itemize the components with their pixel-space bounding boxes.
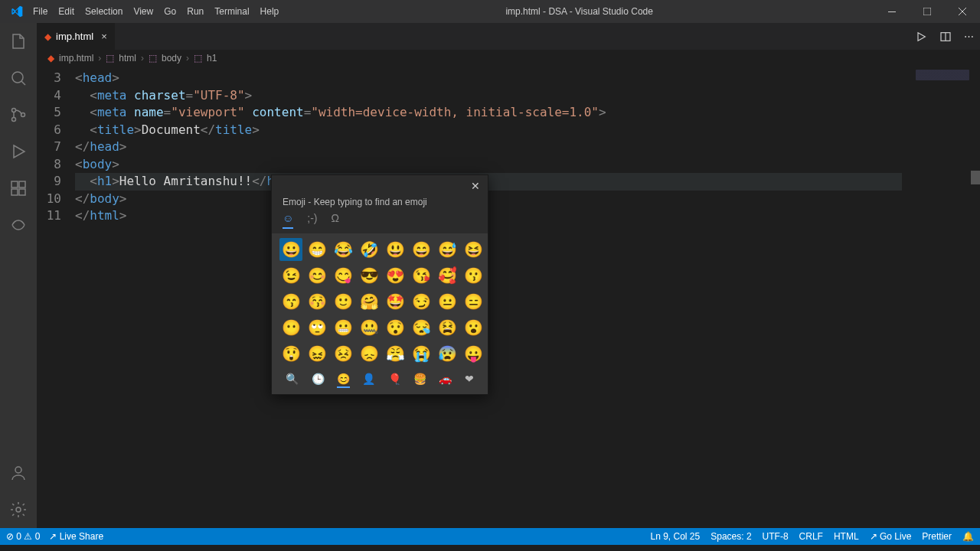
menu-terminal[interactable]: Terminal: [209, 3, 254, 20]
scroll-indicator[interactable]: [971, 171, 980, 184]
menu-run[interactable]: Run: [181, 3, 209, 20]
emoji-cell[interactable]: 😅: [436, 238, 459, 261]
menu-view[interactable]: View: [128, 3, 158, 20]
code-editor[interactable]: 34567891011 <head> <meta charset="UTF-8"…: [37, 67, 980, 528]
emoji-close-button[interactable]: ✕: [471, 180, 480, 192]
emoji-cell[interactable]: 😎: [358, 264, 381, 287]
accounts-icon[interactable]: [0, 455, 37, 491]
emoji-cell[interactable]: 😐: [436, 290, 459, 313]
emoji-cell[interactable]: 😭: [410, 342, 433, 365]
svg-point-10: [15, 467, 21, 473]
emoji-cell[interactable]: 😘: [410, 264, 433, 287]
tab-close-icon[interactable]: ×: [101, 31, 107, 42]
crumb[interactable]: imp.html: [59, 53, 93, 64]
emoji-cell[interactable]: 😞: [358, 342, 381, 365]
emoji-tab-emoji[interactable]: ☺: [283, 212, 293, 229]
emoji-cell[interactable]: 😃: [384, 238, 407, 261]
status-encoding[interactable]: UTF-8: [763, 531, 789, 542]
tab-imp-html[interactable]: ◆ imp.html ×: [37, 23, 116, 50]
emoji-cell[interactable]: 😰: [436, 342, 459, 365]
emoji-cell[interactable]: 😬: [332, 316, 354, 339]
maximize-button[interactable]: [910, 0, 945, 23]
emoji-category[interactable]: 🍔: [413, 373, 426, 388]
emoji-cell[interactable]: 🙄: [305, 316, 328, 339]
minimize-button[interactable]: [874, 0, 910, 23]
tag-icon: ⬚: [194, 53, 202, 64]
menu-file[interactable]: File: [28, 3, 53, 20]
run-debug-icon[interactable]: [0, 133, 37, 170]
code-lines[interactable]: <head> <meta charset="UTF-8"> <meta name…: [75, 67, 980, 528]
emoji-cell[interactable]: 😪: [410, 316, 433, 339]
menu-go[interactable]: Go: [158, 3, 181, 20]
status-prettier[interactable]: Prettier: [922, 531, 952, 542]
explorer-icon[interactable]: [0, 23, 37, 60]
status-problems[interactable]: ⊘ 0 ⚠ 0: [6, 531, 40, 542]
emoji-tab-kaomoji[interactable]: ;-): [307, 212, 317, 229]
emoji-category[interactable]: 🔍: [286, 373, 299, 388]
emoji-cell[interactable]: 😏: [410, 290, 433, 313]
emoji-cell[interactable]: 😁: [305, 238, 328, 261]
close-window-button[interactable]: [945, 0, 980, 23]
emoji-category[interactable]: 🕒: [312, 373, 325, 388]
emoji-category[interactable]: 🚗: [439, 373, 452, 388]
svg-rect-7: [11, 189, 18, 195]
more-actions-button[interactable]: ⋯: [964, 31, 974, 42]
emoji-category[interactable]: 👤: [362, 373, 375, 388]
run-file-button[interactable]: [915, 31, 927, 43]
crumb[interactable]: h1: [207, 53, 217, 64]
menu-selection[interactable]: Selection: [80, 3, 128, 20]
status-live-share[interactable]: ↗ Live Share: [49, 531, 103, 542]
emoji-cell[interactable]: 😉: [279, 264, 302, 287]
emoji-cell[interactable]: 😲: [279, 342, 302, 365]
emoji-cell[interactable]: 😫: [436, 316, 459, 339]
emoji-cell[interactable]: 😀: [279, 238, 302, 261]
emoji-cell[interactable]: 😣: [332, 342, 354, 365]
emoji-cell[interactable]: 😋: [332, 264, 354, 287]
emoji-cell[interactable]: 😶: [279, 316, 302, 339]
crumb[interactable]: html: [119, 53, 136, 64]
emoji-cell[interactable]: 🙂: [332, 290, 354, 313]
emoji-cell[interactable]: 😛: [462, 342, 485, 365]
emoji-cell[interactable]: 🤩: [384, 290, 407, 313]
status-notifications[interactable]: 🔔: [962, 531, 974, 542]
status-eol[interactable]: CRLF: [799, 531, 823, 542]
emoji-cell[interactable]: 😆: [462, 238, 485, 261]
svg-rect-1: [923, 8, 931, 15]
emoji-cell[interactable]: 🤣: [358, 238, 381, 261]
emoji-category[interactable]: 😊: [337, 373, 350, 388]
split-editor-button[interactable]: [939, 31, 952, 43]
status-indent[interactable]: Spaces: 2: [710, 531, 751, 542]
emoji-category[interactable]: 🎈: [388, 373, 401, 388]
search-icon[interactable]: [0, 60, 37, 96]
live-share-icon[interactable]: [0, 207, 37, 243]
status-go-live[interactable]: ↗ Go Live: [870, 531, 912, 542]
emoji-cell[interactable]: 😗: [462, 264, 485, 287]
source-control-icon[interactable]: [0, 96, 37, 133]
settings-icon[interactable]: [0, 491, 37, 528]
vscode-logo-icon: [11, 5, 23, 18]
emoji-cell[interactable]: 🥰: [436, 264, 459, 287]
status-language[interactable]: HTML: [834, 531, 859, 542]
emoji-cell[interactable]: 😮: [462, 316, 485, 339]
emoji-cell[interactable]: 😙: [279, 290, 302, 313]
menu-help[interactable]: Help: [255, 3, 285, 20]
emoji-cell[interactable]: 🤗: [358, 290, 381, 313]
emoji-cell[interactable]: 😤: [384, 342, 407, 365]
crumb[interactable]: body: [162, 53, 181, 64]
emoji-cell[interactable]: 😍: [384, 264, 407, 287]
menu-edit[interactable]: Edit: [53, 3, 80, 20]
emoji-cell[interactable]: 😂: [332, 238, 354, 261]
emoji-cell[interactable]: 😖: [305, 342, 328, 365]
emoji-cell[interactable]: 😑: [462, 290, 485, 313]
tag-icon: ⬚: [106, 53, 114, 64]
emoji-tab-symbols[interactable]: Ω: [332, 212, 339, 229]
emoji-category[interactable]: ❤: [465, 373, 474, 388]
extensions-icon[interactable]: [0, 170, 37, 207]
status-cursor-pos[interactable]: Ln 9, Col 25: [651, 531, 701, 542]
emoji-cell[interactable]: 🤐: [358, 316, 381, 339]
breadcrumbs[interactable]: ◆ imp.html › ⬚ html › ⬚ body › ⬚ h1: [37, 50, 980, 67]
emoji-cell[interactable]: 😄: [410, 238, 433, 261]
emoji-cell[interactable]: 😯: [384, 316, 407, 339]
emoji-cell[interactable]: 😊: [305, 264, 328, 287]
emoji-cell[interactable]: 😚: [305, 290, 328, 313]
